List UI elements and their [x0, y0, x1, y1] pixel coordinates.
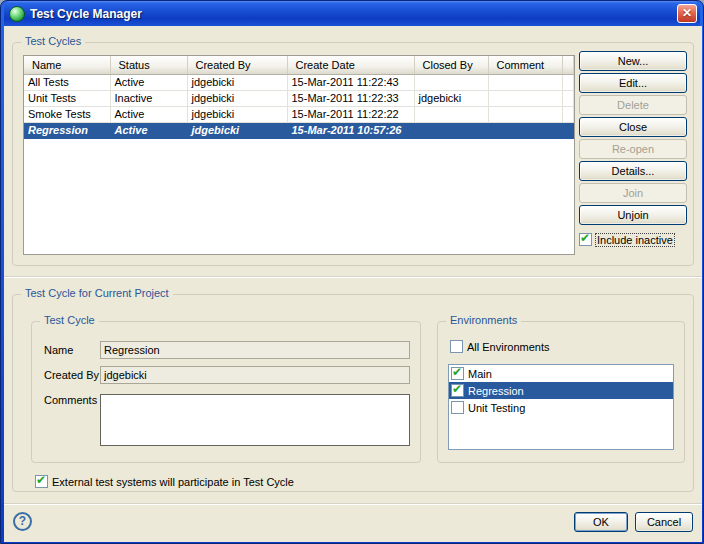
close-cycle-button[interactable]: Close: [579, 117, 687, 137]
footer-divider: [4, 503, 702, 505]
table-header-row: Name Status Created By Create Date Close…: [24, 56, 574, 74]
checkbox-icon: [35, 475, 48, 488]
include-inactive-label: Include inactive: [596, 234, 674, 246]
column-header-closed-by[interactable]: Closed By: [414, 56, 488, 74]
ok-button[interactable]: OK: [574, 512, 628, 532]
column-header-name[interactable]: Name: [24, 56, 110, 74]
test-cycle-manager-window: Test Cycle Manager ✕ Test Cycles Name St…: [0, 0, 704, 544]
environment-item-label: Unit Testing: [468, 402, 525, 414]
column-header-filler: [562, 56, 574, 74]
include-inactive-checkbox[interactable]: Include inactive: [579, 233, 674, 246]
environment-item-label: Main: [468, 368, 492, 380]
column-header-comment[interactable]: Comment: [488, 56, 562, 74]
created-by-field[interactable]: [100, 366, 410, 384]
table-row[interactable]: Smoke Tests Active jdgebicki 15-Mar-2011…: [24, 106, 574, 122]
checkbox-icon: [450, 340, 463, 353]
environment-item-label: Regression: [468, 385, 524, 397]
comments-label: Comments: [44, 394, 97, 406]
environment-item-main[interactable]: Main: [449, 365, 673, 382]
close-icon[interactable]: ✕: [677, 4, 697, 23]
table-actions: New... Edit... Delete Close Re-open Deta…: [579, 51, 687, 246]
section-divider: [4, 276, 702, 278]
unjoin-button[interactable]: Unjoin: [579, 205, 687, 225]
name-field[interactable]: [100, 341, 410, 359]
checkbox-icon: [451, 401, 464, 414]
app-icon: [9, 6, 25, 22]
environments-list: Main Regression Unit Testing: [448, 364, 674, 450]
table-row[interactable]: All Tests Active jdgebicki 15-Mar-2011 1…: [24, 74, 574, 90]
edit-button[interactable]: Edit...: [579, 73, 687, 93]
environment-item-unit-testing[interactable]: Unit Testing: [449, 399, 673, 416]
reopen-button: Re-open: [579, 139, 687, 159]
external-test-systems-checkbox[interactable]: External test systems will participate i…: [35, 475, 294, 488]
current-project-group: Test Cycle for Current Project Test Cycl…: [12, 294, 694, 492]
current-project-group-title: Test Cycle for Current Project: [21, 287, 173, 299]
all-environments-checkbox[interactable]: All Environments: [450, 340, 550, 353]
checkbox-icon: [579, 233, 592, 246]
created-by-label: Created By: [44, 369, 99, 381]
environments-subgroup: Environments All Environments Main Regre…: [437, 321, 685, 463]
dialog-body: Test Cycles Name Status Created By Creat…: [4, 26, 702, 542]
column-header-created-by[interactable]: Created By: [187, 56, 287, 74]
delete-button: Delete: [579, 95, 687, 115]
test-cycles-group: Test Cycles Name Status Created By Creat…: [12, 42, 694, 266]
help-button[interactable]: ?: [13, 512, 32, 531]
comments-field[interactable]: [100, 394, 410, 446]
environments-subgroup-title: Environments: [446, 314, 521, 326]
checkbox-icon: [451, 384, 464, 397]
new-button[interactable]: New...: [579, 51, 687, 71]
all-environments-label: All Environments: [467, 341, 550, 353]
name-label: Name: [44, 344, 73, 356]
join-button: Join: [579, 183, 687, 203]
column-header-create-date[interactable]: Create Date: [287, 56, 414, 74]
test-cycles-group-title: Test Cycles: [21, 35, 85, 47]
test-cycle-subgroup-title: Test Cycle: [40, 314, 99, 326]
test-cycle-subgroup: Test Cycle Name Created By Comments: [31, 321, 421, 463]
test-cycles-table: Name Status Created By Create Date Close…: [23, 55, 575, 255]
table-row-selected[interactable]: Regression Active jdgebicki 15-Mar-2011 …: [24, 122, 574, 138]
details-button[interactable]: Details...: [579, 161, 687, 181]
checkbox-icon: [451, 367, 464, 380]
table-row[interactable]: Unit Tests Inactive jdgebicki 15-Mar-201…: [24, 90, 574, 106]
environment-item-regression[interactable]: Regression: [449, 382, 673, 399]
external-test-systems-label: External test systems will participate i…: [52, 476, 294, 488]
titlebar[interactable]: Test Cycle Manager ✕: [4, 1, 700, 26]
window-title: Test Cycle Manager: [30, 7, 672, 21]
cancel-button[interactable]: Cancel: [635, 512, 693, 532]
column-header-status[interactable]: Status: [110, 56, 187, 74]
